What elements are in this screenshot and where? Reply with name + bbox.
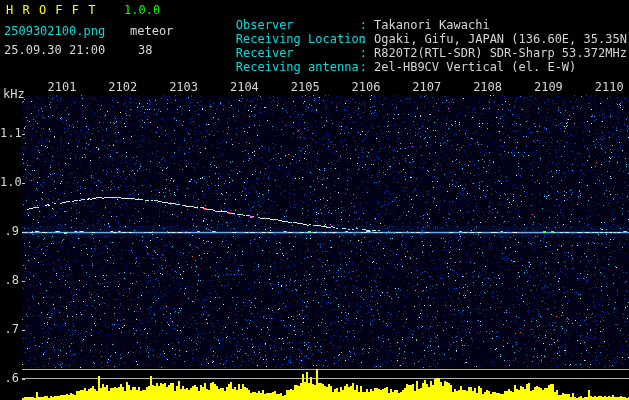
time-label: 2105	[291, 81, 320, 94]
frequency-tick-label: 1.0	[0, 176, 19, 189]
info-separator: :	[360, 46, 367, 60]
time-label: 2108	[473, 81, 502, 94]
info-row-observer: Observer:Takanori Kawachi	[178, 4, 629, 18]
time-label: 2101	[48, 81, 77, 94]
info-label: Receiving antenna	[236, 60, 360, 74]
hrofft-screen: H R O F F T 1.0.0 2509302100.png meteor …	[0, 0, 629, 400]
frequency-axis: kHz 1.11.0.9.8.7.6	[0, 0, 22, 400]
frequency-tick-label: .8	[0, 274, 19, 287]
station-info: Observer:Takanori Kawachi Receiving Loca…	[178, 4, 629, 60]
info-value: Takanori Kawachi	[374, 18, 490, 32]
info-separator: :	[360, 18, 367, 32]
time-label: 2102	[108, 81, 137, 94]
mode-label: meteor	[130, 25, 173, 38]
time-axis: 2101210221032104210521062107210821092110	[0, 81, 629, 94]
info-value: R820T2(RTL-SDR) SDR-Sharp 53.372MHz	[374, 46, 627, 60]
frequency-tick-label: .7	[0, 323, 19, 336]
echo-count: 38	[138, 44, 152, 57]
time-label: 2107	[412, 81, 441, 94]
info-value: Ogaki, Gifu, JAPAN (136.60E, 35.35N)	[374, 32, 629, 46]
info-label: Receiving Location	[236, 32, 360, 46]
time-label: 2106	[352, 81, 381, 94]
time-label: 2104	[230, 81, 259, 94]
time-label: 2109	[534, 81, 563, 94]
info-separator: :	[360, 32, 367, 46]
time-label: 2110	[595, 81, 624, 94]
frequency-tick-label: .9	[0, 225, 19, 238]
info-value: 2el-HB9CV Vertical (el. E-W)	[374, 60, 576, 74]
info-label: Receiver	[236, 46, 360, 60]
frequency-tick-label: .6	[0, 372, 19, 385]
time-label: 2103	[169, 81, 198, 94]
info-label: Observer	[236, 18, 360, 32]
frequency-unit-label: kHz	[3, 88, 25, 101]
app-version: 1.0.0	[124, 4, 160, 17]
info-separator: :	[360, 60, 367, 74]
frequency-tick-label: 1.1	[0, 127, 19, 140]
